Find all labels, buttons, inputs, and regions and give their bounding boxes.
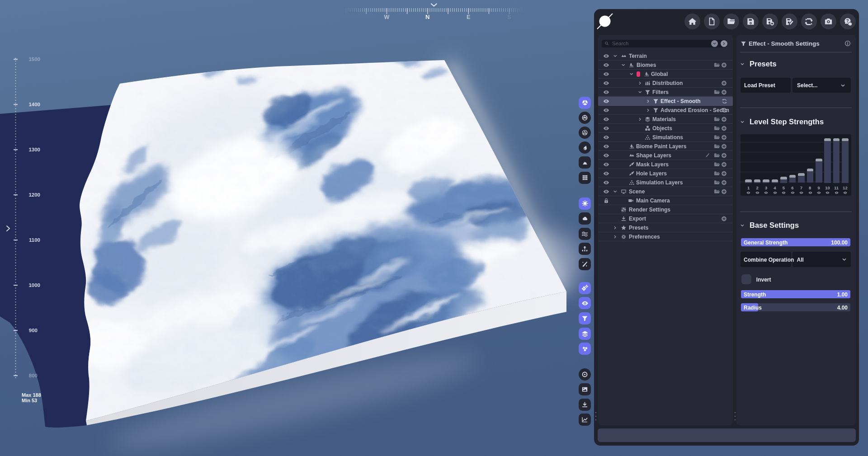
svg-text:E: E: [467, 14, 470, 20]
svg-text:Min 53: Min 53: [22, 398, 37, 403]
svg-text:1000: 1000: [28, 282, 40, 288]
svg-text:1100: 1100: [29, 237, 40, 243]
svg-text:N: N: [425, 14, 429, 20]
svg-text:S: S: [507, 14, 511, 20]
svg-text:1500: 1500: [28, 56, 40, 62]
svg-text:1400: 1400: [28, 102, 40, 107]
svg-text:1200: 1200: [28, 192, 40, 197]
svg-text:Max 188: Max 188: [22, 392, 41, 398]
svg-text:W: W: [384, 14, 389, 20]
svg-text:900: 900: [29, 328, 38, 333]
svg-text:800: 800: [29, 373, 38, 378]
svg-text:1300: 1300: [28, 147, 40, 152]
